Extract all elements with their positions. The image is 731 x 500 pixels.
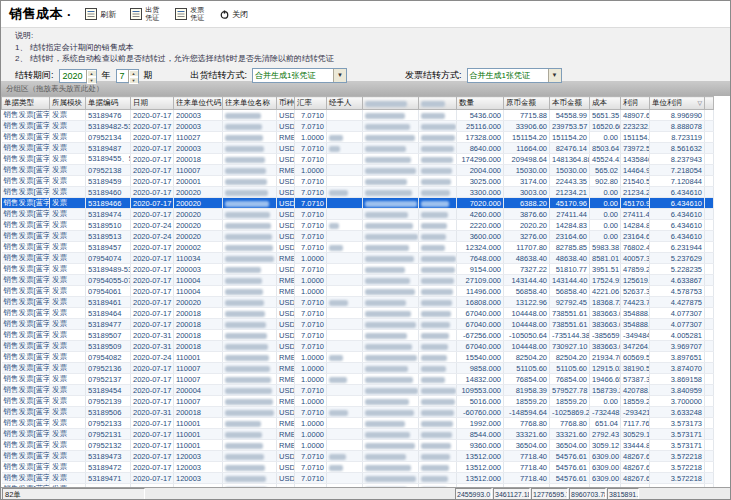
table-row[interactable]: 销售发票[蓝字]发票531894732020-07-17120003USD7.0… <box>2 451 714 462</box>
cell-rate: 1.0000 <box>295 374 327 385</box>
cell-blurred-a <box>363 297 419 308</box>
table-row[interactable]: 销售发票[蓝字]发票531894662020-07-17200020USD7.0… <box>2 198 714 209</box>
refresh-button[interactable]: 刷新 <box>85 8 116 20</box>
close-button[interactable]: 关闭 <box>220 9 248 20</box>
column-header-partner-name[interactable]: 往来单位名称 <box>223 97 277 110</box>
cell-module: 发票 <box>50 396 86 407</box>
table-row[interactable]: 销售发票[蓝字]发票531895102020-07-24200020USD7.0… <box>2 220 714 231</box>
table-row[interactable]: 销售发票[蓝字]发票531894592020-07-17200001USD7.0… <box>2 176 714 187</box>
cell-unit-profit: 4.427875 <box>650 297 705 308</box>
table-row[interactable]: 销售发票[蓝字]发票07954055-07952020-07-17110004R… <box>2 275 714 286</box>
invoice-voucher-button[interactable]: 发票凭证 <box>175 6 206 21</box>
column-header-qty[interactable]: 数量 <box>457 97 504 110</box>
table-row[interactable]: 销售发票[蓝字]发票531894762020-07-17200003USD7.0… <box>2 110 714 121</box>
table-row[interactable]: 销售发票[蓝字]发票079521392020-07-17110007RMB1.0… <box>2 396 714 407</box>
ship-method-select[interactable]: 合并生成1张凭证 ▼ <box>252 68 347 83</box>
cell-blurred-b <box>419 143 457 154</box>
table-row[interactable]: 销售发票[蓝字]发票531894572020-07-17200002USD7.0… <box>2 242 714 253</box>
cell-base-amount: 151154.20 <box>550 132 590 143</box>
table-row[interactable]: 销售发票[蓝字]发票079521382020-07-17110007RMB1.0… <box>2 165 714 176</box>
chevron-down-icon[interactable]: ▼ <box>548 69 561 82</box>
column-header-unit-profit[interactable]: 单位利润▽ <box>650 97 705 110</box>
cell-blurred-b <box>419 385 457 396</box>
cell-cost: 0.00 <box>590 198 621 209</box>
table-row[interactable]: 销售发票[蓝字]发票079540822020-07-24110001RMB1.0… <box>2 352 714 363</box>
table-row[interactable]: 销售发票[蓝字]发票531895132020-07-24200020USD7.0… <box>2 231 714 242</box>
column-header-rate[interactable]: 汇率 <box>295 97 327 110</box>
column-header-orig-amount[interactable]: 原币金额 <box>504 97 550 110</box>
cell-profit: 354888.60 <box>621 319 650 330</box>
ship-voucher-button[interactable]: 出货凭证 <box>130 6 161 21</box>
table-row[interactable]: 销售发票[蓝字]发票079521372020-07-17110007RMB1.0… <box>2 374 714 385</box>
column-header-doc-code[interactable]: 单据编码 <box>86 97 131 110</box>
column-header-blurred-b[interactable] <box>419 97 457 110</box>
table-row[interactable]: 销售发票[蓝字]发票531894542020-07-17200004USD7.0… <box>2 385 714 396</box>
table-row[interactable]: 销售发票[蓝字]发票531894642020-07-17200018USD7.0… <box>2 308 714 319</box>
cell-base-amount: 1481364.88 <box>550 154 590 165</box>
table-row[interactable]: 销售发票[蓝字]发票53189489-53182020-07-17200003U… <box>2 264 714 275</box>
spin-down-icon[interactable]: ▼ <box>129 77 138 84</box>
group-drop-zone[interactable]: 分组区（拖放表头放置此处） <box>1 82 730 96</box>
cell-date: 2020-07-17 <box>131 440 174 451</box>
cell-doc-code: 53189507 <box>86 330 131 341</box>
cell-handler <box>327 462 363 473</box>
cell-qty: 13512.000 <box>457 473 504 484</box>
table-row[interactable]: 销售发票[蓝字]发票531895062020-07-31200018USD7.0… <box>2 407 714 418</box>
column-header-base-amount[interactable]: 本币金额 <box>550 97 590 110</box>
table-row[interactable]: 销售发票[蓝字]发票079521312020-07-17110001RMB1.0… <box>2 429 714 440</box>
table-row[interactable]: 销售发票[蓝字]发票531894872020-07-17200003USD7.0… <box>2 143 714 154</box>
spin-up-icon[interactable]: ▲ <box>129 70 138 77</box>
table-row[interactable]: 销售发票[蓝字]发票079540742020-07-17110034RMB1.0… <box>2 253 714 264</box>
cell-blurred-b <box>419 264 457 275</box>
column-header-profit[interactable]: 利润 <box>621 97 650 110</box>
table-row[interactable]: 销售发票[蓝字]发票531894602020-07-17200020USD7.0… <box>2 187 714 198</box>
table-row[interactable]: 销售发票[蓝字]发票531894742020-07-17200020USD7.0… <box>2 209 714 220</box>
redacted-text <box>225 234 272 240</box>
cell-handler <box>327 275 363 286</box>
cell-module: 发票 <box>50 363 86 374</box>
invoice-method-select[interactable]: 合并生成1张凭证 ▼ <box>467 68 562 83</box>
column-header-currency[interactable]: 币种 <box>277 97 295 110</box>
sort-filter-icon[interactable]: ▽ <box>697 99 702 106</box>
table-row[interactable]: 销售发票[蓝字]发票079521322020-07-17110001RMB1.0… <box>2 440 714 451</box>
title-menu-dot[interactable]: · <box>67 7 71 22</box>
cell-rate: 7.0710 <box>295 407 327 418</box>
cell-doc-code: 53189487 <box>86 143 131 154</box>
redacted-text <box>421 476 448 482</box>
redacted-text <box>225 333 267 339</box>
table-row[interactable]: 销售发票[蓝字]发票079521342020-07-17110027RMB1.0… <box>2 132 714 143</box>
table-row[interactable]: 销售发票[蓝字]发票079521332020-07-17110001RMB1.0… <box>2 418 714 429</box>
table-row[interactable]: 销售发票[蓝字]发票53189455、5312020-07-17200018US… <box>2 154 714 165</box>
table-row[interactable]: 销售发票[蓝字]发票079521362020-07-17110007RMB1.0… <box>2 363 714 374</box>
column-header-partner-code[interactable]: 往来单位代码 <box>174 97 223 110</box>
column-header-date[interactable]: 日期 <box>131 97 174 110</box>
spin-up-icon[interactable]: ▲ <box>87 70 96 77</box>
year-stepper[interactable]: 2020 ▲▼ <box>59 69 97 83</box>
cell-orig-amount: 7768.80 <box>504 418 550 429</box>
column-header-doc-type[interactable]: 单据类型 <box>2 97 50 110</box>
cell-filler <box>705 407 714 418</box>
column-header-cost[interactable]: 成本 <box>590 97 621 110</box>
cell-module: 发票 <box>50 121 86 132</box>
column-header-module[interactable]: 所属模块 <box>50 97 86 110</box>
table-row[interactable]: 销售发票[蓝字]发票531894712020-07-17120003USD7.0… <box>2 473 714 484</box>
column-header-handler[interactable]: 经手人 <box>327 97 363 110</box>
table-row[interactable]: 销售发票[蓝字]发票531894772020-07-17200018USD7.0… <box>2 319 714 330</box>
table-row[interactable]: 销售发票[蓝字]发票531894722020-07-17120003USD7.0… <box>2 462 714 473</box>
chevron-down-icon[interactable]: ▼ <box>333 69 346 82</box>
month-stepper[interactable]: 7 ▲▼ <box>116 69 139 83</box>
cell-cost: -385659.62 <box>590 330 621 341</box>
table-row[interactable]: 销售发票[蓝字]发票079540612020-07-17110004RMB1.0… <box>2 286 714 297</box>
cell-blurred-a <box>363 176 419 187</box>
cell-orig-amount: 3174.00 <box>504 176 550 187</box>
cell-profit: 420788.56 <box>621 385 650 396</box>
table-row[interactable]: 销售发票[蓝字]发票531895092020-07-31200018USD7.0… <box>2 341 714 352</box>
table-row[interactable]: 销售发票[蓝字]发票531894612020-07-17200020USD7.0… <box>2 297 714 308</box>
table-row[interactable]: 销售发票[蓝字]发票53189482-53182020-07-17200003U… <box>2 121 714 132</box>
cell-blurred-b <box>419 429 457 440</box>
cell-rate: 7.0710 <box>295 176 327 187</box>
cell-base-amount: 738551.61 <box>550 308 590 319</box>
column-header-blurred-a[interactable] <box>363 97 419 110</box>
cell-rate: 7.0710 <box>295 330 327 341</box>
table-row[interactable]: 销售发票[蓝字]发票531895072020-07-31200018USD7.0… <box>2 330 714 341</box>
